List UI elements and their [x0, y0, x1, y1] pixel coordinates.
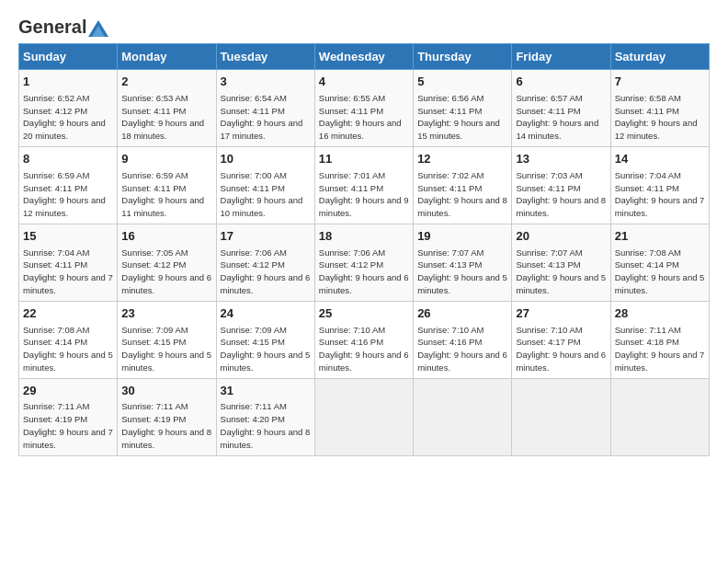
table-row: 23 Sunrise: 7:09 AM Sunset: 4:15 PM Dayl…	[118, 301, 216, 378]
sunrise-label: Sunrise: 6:52 AM	[23, 93, 89, 103]
sunrise-label: Sunrise: 6:57 AM	[516, 93, 582, 103]
table-row: 24 Sunrise: 7:09 AM Sunset: 4:15 PM Dayl…	[216, 301, 314, 378]
sunrise-label: Sunrise: 6:58 AM	[615, 93, 681, 103]
sunset-label: Sunset: 4:11 PM	[417, 183, 482, 193]
day-number: 14	[615, 151, 705, 168]
day-number: 29	[23, 383, 113, 400]
logo-icon	[88, 20, 108, 37]
daylight-label: Daylight: 9 hours and 7 minutes.	[23, 427, 113, 450]
sunset-label: Sunset: 4:19 PM	[23, 414, 87, 424]
table-row: 31 Sunrise: 7:11 AM Sunset: 4:20 PM Dayl…	[216, 378, 314, 455]
sunset-label: Sunset: 4:11 PM	[221, 183, 285, 193]
day-number: 27	[516, 305, 606, 323]
sunset-label: Sunset: 4:13 PM	[516, 259, 580, 270]
sunrise-label: Sunrise: 7:07 AM	[516, 247, 582, 258]
table-row: 14 Sunrise: 7:04 AM Sunset: 4:11 PM Dayl…	[610, 146, 709, 224]
daylight-label: Daylight: 9 hours and 6 minutes.	[221, 272, 311, 295]
sunset-label: Sunset: 4:12 PM	[319, 259, 383, 270]
table-row: 1 Sunrise: 6:52 AM Sunset: 4:12 PM Dayli…	[19, 70, 118, 147]
table-row: 13 Sunrise: 7:03 AM Sunset: 4:11 PM Dayl…	[512, 146, 610, 224]
daylight-label: Daylight: 9 hours and 5 minutes.	[23, 350, 113, 373]
col-thursday: Thursday	[414, 44, 512, 70]
daylight-label: Daylight: 9 hours and 6 minutes.	[516, 350, 606, 373]
day-number: 7	[615, 74, 705, 91]
table-row: 28 Sunrise: 7:11 AM Sunset: 4:18 PM Dayl…	[610, 301, 709, 378]
sunrise-label: Sunrise: 7:09 AM	[221, 325, 287, 335]
daylight-label: Daylight: 9 hours and 5 minutes.	[221, 350, 311, 373]
table-row: 22 Sunrise: 7:08 AM Sunset: 4:14 PM Dayl…	[19, 301, 118, 378]
daylight-label: Daylight: 9 hours and 10 minutes.	[221, 195, 303, 218]
table-row: 29 Sunrise: 7:11 AM Sunset: 4:19 PM Dayl…	[19, 378, 118, 455]
daylight-label: Daylight: 9 hours and 5 minutes.	[516, 272, 606, 295]
sunset-label: Sunset: 4:15 PM	[221, 337, 285, 347]
table-row: 6 Sunrise: 6:57 AM Sunset: 4:11 PM Dayli…	[512, 70, 610, 147]
sunrise-label: Sunrise: 7:08 AM	[615, 247, 681, 258]
sunrise-label: Sunrise: 7:11 AM	[615, 325, 681, 335]
daylight-label: Daylight: 9 hours and 17 minutes.	[221, 118, 303, 141]
calendar-week-row: 15 Sunrise: 7:04 AM Sunset: 4:11 PM Dayl…	[19, 224, 710, 301]
daylight-label: Daylight: 9 hours and 8 minutes.	[121, 427, 211, 450]
sunrise-label: Sunrise: 7:11 AM	[121, 401, 188, 411]
daylight-label: Daylight: 9 hours and 7 minutes.	[615, 195, 705, 218]
sunset-label: Sunset: 4:11 PM	[23, 259, 87, 270]
daylight-label: Daylight: 9 hours and 15 minutes.	[417, 118, 500, 141]
calendar-week-row: 8 Sunrise: 6:59 AM Sunset: 4:11 PM Dayli…	[19, 146, 710, 224]
sunrise-label: Sunrise: 6:56 AM	[417, 93, 483, 103]
sunrise-label: Sunrise: 7:09 AM	[121, 325, 188, 335]
logo-general: General	[18, 17, 86, 38]
sunset-label: Sunset: 4:20 PM	[221, 414, 285, 424]
sunrise-label: Sunrise: 7:05 AM	[121, 247, 188, 258]
day-number: 5	[417, 74, 507, 91]
table-row: 27 Sunrise: 7:10 AM Sunset: 4:17 PM Dayl…	[512, 301, 610, 378]
table-row: 9 Sunrise: 6:59 AM Sunset: 4:11 PM Dayli…	[118, 146, 216, 224]
day-number: 21	[615, 228, 705, 246]
day-number: 24	[221, 305, 311, 323]
sunrise-label: Sunrise: 7:04 AM	[615, 170, 681, 180]
day-number: 6	[516, 74, 606, 91]
day-number: 13	[516, 151, 606, 168]
table-row: 30 Sunrise: 7:11 AM Sunset: 4:19 PM Dayl…	[118, 378, 216, 455]
sunrise-label: Sunrise: 7:10 AM	[516, 325, 582, 335]
day-number: 2	[121, 74, 211, 91]
sunrise-label: Sunrise: 6:59 AM	[121, 170, 188, 180]
daylight-label: Daylight: 9 hours and 6 minutes.	[121, 272, 211, 295]
sunset-label: Sunset: 4:11 PM	[516, 106, 580, 116]
sunrise-label: Sunrise: 7:06 AM	[319, 247, 385, 258]
table-row: 16 Sunrise: 7:05 AM Sunset: 4:12 PM Dayl…	[118, 224, 216, 301]
sunrise-label: Sunrise: 7:11 AM	[221, 401, 287, 411]
day-number: 28	[615, 305, 705, 323]
day-number: 12	[417, 151, 507, 168]
day-number: 8	[23, 151, 113, 168]
col-wednesday: Wednesday	[314, 44, 413, 70]
calendar-week-row: 22 Sunrise: 7:08 AM Sunset: 4:14 PM Dayl…	[19, 301, 710, 378]
daylight-label: Daylight: 9 hours and 9 minutes.	[319, 195, 409, 218]
day-number: 16	[121, 228, 211, 246]
day-number: 20	[516, 228, 606, 246]
table-row	[610, 378, 709, 455]
sunrise-label: Sunrise: 7:03 AM	[516, 170, 582, 180]
day-number: 15	[23, 228, 113, 246]
day-number: 19	[417, 228, 507, 246]
calendar-table: Sunday Monday Tuesday Wednesday Thursday…	[18, 43, 710, 456]
day-number: 9	[121, 151, 211, 168]
calendar-week-row: 29 Sunrise: 7:11 AM Sunset: 4:19 PM Dayl…	[19, 378, 710, 455]
day-number: 30	[121, 383, 211, 400]
table-row: 5 Sunrise: 6:56 AM Sunset: 4:11 PM Dayli…	[414, 70, 512, 147]
sunset-label: Sunset: 4:11 PM	[121, 106, 186, 116]
sunrise-label: Sunrise: 7:10 AM	[319, 325, 385, 335]
daylight-label: Daylight: 9 hours and 8 minutes.	[417, 195, 507, 218]
daylight-label: Daylight: 9 hours and 5 minutes.	[121, 350, 211, 373]
daylight-label: Daylight: 9 hours and 11 minutes.	[121, 195, 204, 218]
col-monday: Monday	[118, 44, 216, 70]
table-row: 3 Sunrise: 6:54 AM Sunset: 4:11 PM Dayli…	[216, 70, 314, 147]
table-row: 18 Sunrise: 7:06 AM Sunset: 4:12 PM Dayl…	[314, 224, 413, 301]
daylight-label: Daylight: 9 hours and 8 minutes.	[221, 427, 311, 450]
table-row: 10 Sunrise: 7:00 AM Sunset: 4:11 PM Dayl…	[216, 146, 314, 224]
day-number: 17	[221, 228, 311, 246]
day-number: 3	[221, 74, 311, 91]
sunset-label: Sunset: 4:11 PM	[615, 106, 679, 116]
daylight-label: Daylight: 9 hours and 5 minutes.	[615, 272, 705, 295]
col-tuesday: Tuesday	[216, 44, 314, 70]
table-row: 26 Sunrise: 7:10 AM Sunset: 4:16 PM Dayl…	[414, 301, 512, 378]
daylight-label: Daylight: 9 hours and 6 minutes.	[319, 272, 409, 295]
